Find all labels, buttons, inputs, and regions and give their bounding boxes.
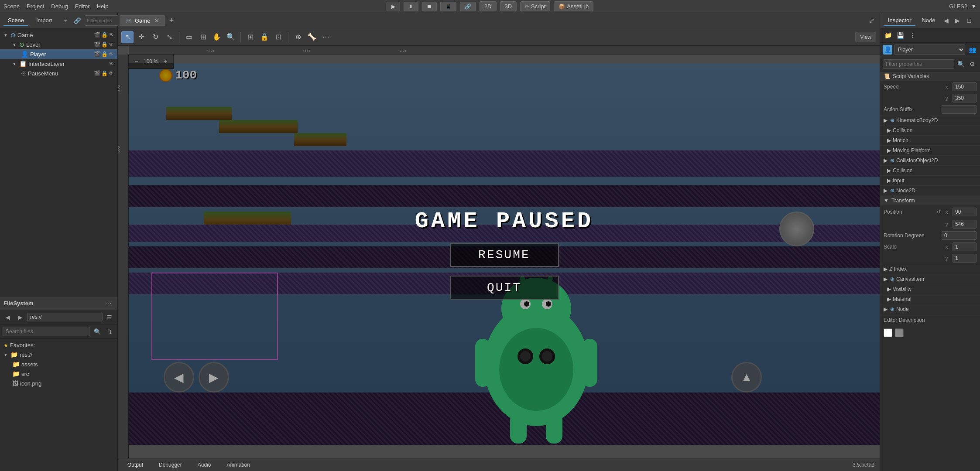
debugger-tab[interactable]: Debugger (154, 460, 186, 470)
filter-search-icon[interactable]: 🔍 (956, 59, 966, 69)
fs-item-icon[interactable]: 🖼 icon.png (0, 379, 117, 388)
pos-x-input[interactable] (953, 208, 977, 216)
motion-category[interactable]: ▶ Motion (880, 136, 980, 146)
color-swatch-white[interactable] (884, 328, 892, 337)
position-reset-btn[interactable]: ↺ (933, 207, 944, 217)
fs-back-btn[interactable]: ◀ (3, 312, 13, 322)
link-node-btn[interactable]: 🔗 (72, 15, 83, 26)
group-tool[interactable]: ⊡ (272, 31, 284, 43)
scale-tool[interactable]: ⤡ (163, 31, 175, 43)
node-section-category[interactable]: ▶ ⊕ Node (880, 304, 980, 314)
tree-item-level[interactable]: ▼ ⊙ Level 🎬 🔒 👁 (0, 40, 117, 49)
engine-dropdown[interactable]: ▼ (971, 3, 977, 10)
play-button[interactable]: ▶ (387, 2, 400, 11)
rotation-input[interactable] (942, 231, 977, 240)
audio-tab[interactable]: Audio (193, 460, 216, 470)
menu-help[interactable]: Help (97, 3, 109, 10)
animation-tab[interactable]: Animation (222, 460, 254, 470)
menu-scene[interactable]: Scene (3, 3, 20, 10)
fs-forward-btn[interactable]: ▶ (15, 312, 25, 322)
add-tab-btn[interactable]: + (166, 15, 177, 26)
menu-project[interactable]: Project (27, 3, 44, 10)
insp-player-btn[interactable]: 👥 (967, 44, 977, 55)
mode-3d[interactable]: 3D (500, 1, 517, 11)
tree-item-pause[interactable]: ⊙ PauseMenu 🎬 🔒 👁 (0, 68, 117, 78)
assetlib-button[interactable]: 📦 AssetLib (554, 1, 593, 11)
insp-next-btn[interactable]: ▶ (953, 16, 963, 25)
node2d-category[interactable]: ▶ ⊕ Node2D (880, 186, 980, 196)
output-tab[interactable]: Output (123, 460, 147, 470)
scale-y-input[interactable] (953, 254, 977, 263)
snap-tool[interactable]: ⊞ (197, 31, 209, 43)
lock-tool[interactable]: 🔒 (258, 31, 271, 43)
visibility-category[interactable]: ▶ Visibility (880, 284, 980, 294)
fs-menu-btn[interactable]: ⋯ (103, 298, 114, 309)
insp-history-btn[interactable]: ⊡ (964, 16, 974, 25)
collision1-category[interactable]: ▶ Collision (880, 126, 980, 136)
insp-save-btn[interactable]: 💾 (895, 30, 905, 41)
inspector-tab[interactable]: Inspector (884, 15, 915, 26)
filter-properties-input[interactable] (883, 59, 954, 69)
pos-y-input[interactable] (953, 220, 977, 229)
fs-item-res[interactable]: ▼ 📁 res:// (0, 350, 117, 359)
insp-extra-btn[interactable]: ⋮ (907, 30, 918, 41)
fs-item-src[interactable]: 📁 src (0, 369, 117, 379)
z-index-category[interactable]: ▶ Z Index (880, 264, 980, 274)
fs-layout-btn[interactable]: ☰ (104, 312, 115, 322)
mode-2d[interactable]: 2D (480, 1, 497, 11)
grid-tool[interactable]: ⊞ (244, 31, 257, 43)
insp-open-script-btn[interactable]: 📁 (883, 30, 893, 41)
add-node-btn[interactable]: + (60, 15, 71, 26)
filter-options-btn[interactable]: ⚙ (968, 59, 978, 69)
tree-item-interface[interactable]: ▼ 📋 InterfaceLayer 👁 (0, 59, 117, 68)
move-tool[interactable]: ✛ (135, 31, 147, 43)
fs-search-btn[interactable]: 🔍 (92, 326, 103, 337)
import-tab[interactable]: Import (32, 15, 57, 26)
kinematic-category[interactable]: ▶ ⊕ KinematicBody2D (880, 116, 980, 126)
tab-game[interactable]: 🎮 Game ✕ (120, 15, 165, 26)
script-vars-header[interactable]: 📜 Script Variables (880, 72, 980, 81)
remote-button[interactable]: 🔗 (460, 2, 476, 11)
rotate-tool[interactable]: ↻ (149, 31, 161, 43)
material-category[interactable]: ▶ Material (880, 294, 980, 304)
fs-path-input[interactable] (27, 313, 103, 321)
deploy-button[interactable]: 📱 (440, 2, 456, 11)
action-suffix-input[interactable] (942, 105, 977, 114)
fs-sort-btn[interactable]: ⇅ (104, 326, 115, 337)
insp-menu-btn[interactable]: ⋮ (976, 16, 980, 25)
close-tab-icon[interactable]: ✕ (154, 17, 159, 24)
bone-tool[interactable]: 🦴 (306, 31, 318, 43)
menu-debug[interactable]: Debug (51, 3, 68, 10)
transform-header[interactable]: ▼ Transform (880, 196, 980, 205)
hand-tool[interactable]: ✋ (211, 31, 223, 43)
canvas-item-category[interactable]: ▶ ⊕ CanvasItem (880, 274, 980, 284)
zoom-tool[interactable]: 🔍 (225, 31, 237, 43)
tree-item-player[interactable]: 👤 Player 🎬 🔒 👁 (0, 49, 117, 59)
scale-x-input[interactable] (953, 242, 977, 251)
pause-button[interactable]: ⏸ (404, 2, 418, 11)
tree-item-game[interactable]: ▼ ⊙ Game 🎬 🔒 👁 (0, 30, 117, 40)
player-dropdown[interactable]: Player (894, 44, 965, 55)
collision-obj-category[interactable]: ▶ ⊕ CollisionObject2D (880, 156, 980, 166)
resume-button[interactable]: RESUME (450, 243, 559, 267)
stop-button[interactable]: ⏹ (422, 2, 437, 11)
speed-y-input[interactable] (953, 94, 977, 102)
input-category[interactable]: ▶ Input (880, 176, 980, 186)
script-button[interactable]: ✏ Script (520, 1, 550, 11)
extra-tool[interactable]: ⋯ (320, 31, 332, 43)
scene-tab[interactable]: Scene (3, 15, 28, 26)
quit-button[interactable]: QUIT (450, 276, 559, 300)
color-swatch-gray[interactable] (895, 328, 904, 337)
speed-x-input[interactable] (953, 82, 977, 91)
maximize-btn[interactable]: ⤢ (869, 17, 874, 25)
select-tool[interactable]: ↖ (121, 31, 134, 43)
node-tab[interactable]: Node (917, 15, 939, 26)
fs-item-assets[interactable]: 📁 assets (0, 359, 117, 369)
view-btn[interactable]: View (855, 32, 876, 42)
fs-search-input[interactable] (3, 327, 90, 336)
insp-prev-btn[interactable]: ◀ (942, 16, 951, 25)
menu-editor[interactable]: Editor (75, 3, 90, 10)
pivot-tool[interactable]: ⊕ (292, 31, 304, 43)
moving-platform-category[interactable]: ▶ Moving Platform (880, 146, 980, 156)
collision2-category[interactable]: ▶ Collision (880, 166, 980, 176)
